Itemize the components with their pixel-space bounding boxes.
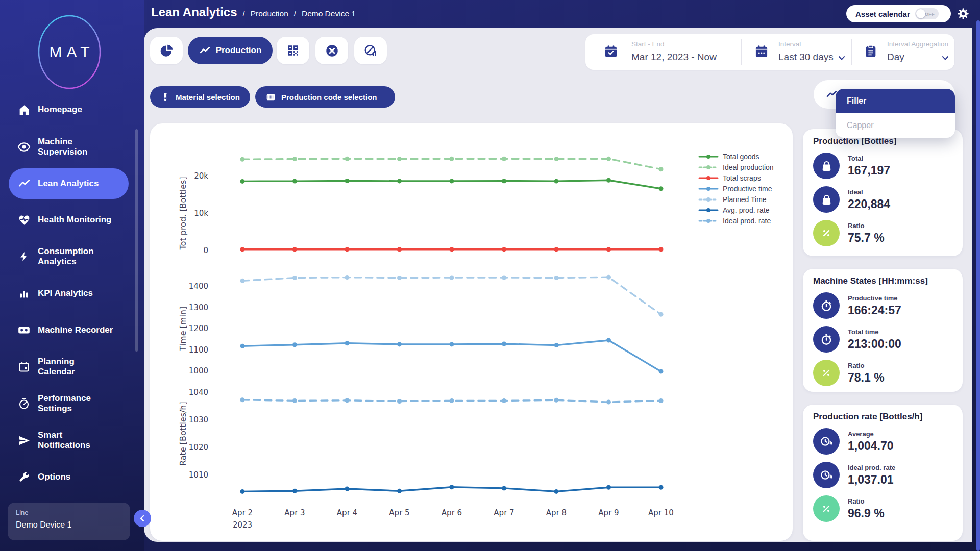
summary-row-ideal-rate: Ideal prod. rate 1,037.01 xyxy=(813,462,952,488)
sidebar-item-options[interactable]: Options xyxy=(0,459,144,495)
chevron-left-icon xyxy=(138,514,147,523)
production-time-rate-charts: 010k20kTot prod. [Bottles]10001100120013… xyxy=(150,123,793,541)
legend-swatch xyxy=(698,186,719,192)
summary-row-ratio: Ratio 75.7 % xyxy=(813,220,952,246)
line-device-card[interactable]: Line Demo Device 1 xyxy=(8,503,130,540)
calendar-check-icon xyxy=(604,44,618,59)
summary-row-value: 1,037.01 xyxy=(848,473,895,487)
clipboard-icon xyxy=(864,44,878,59)
production-chart-card: 010k20kTot prod. [Bottles]10001100120013… xyxy=(150,123,793,541)
legend-swatch xyxy=(698,218,719,224)
legend-swatch xyxy=(698,207,719,213)
clock-rate-icon xyxy=(813,428,840,455)
trend-line-icon xyxy=(17,177,31,190)
summary-row-label: Ideal prod. rate xyxy=(848,464,895,471)
legend-swatch xyxy=(698,154,719,160)
legend-item-avg-prod-rate[interactable]: Avg. prod. rate xyxy=(698,207,774,213)
interval-label: Interval xyxy=(778,40,801,48)
breadcrumb-device[interactable]: Demo Device 1 xyxy=(302,9,356,18)
sidebar-item-label: Lean Analytics xyxy=(38,179,99,189)
sidebar: MAT Homepage Machine Supervision Lean An… xyxy=(0,0,144,551)
svg-text:Time [min]: Time [min] xyxy=(178,307,188,352)
sidebar-item-kpi-analytics[interactable]: KPI Analytics xyxy=(0,275,144,312)
breadcrumb-production[interactable]: Production xyxy=(251,9,288,18)
svg-text:1020: 1020 xyxy=(189,443,208,452)
sidebar-scrollbar[interactable] xyxy=(135,129,138,352)
aggregation-value[interactable]: Day xyxy=(887,52,904,63)
chevron-down-icon[interactable] xyxy=(838,56,845,61)
production-summary-card: Production [Bottles] Total 167,197 Ideal… xyxy=(803,129,963,256)
svg-text:Apr 5: Apr 5 xyxy=(389,508,409,517)
divider xyxy=(851,39,852,65)
dropdown-option-filler[interactable]: Filler xyxy=(836,89,955,113)
sidebar-item-machine-supervision[interactable]: Machine Supervision xyxy=(0,129,144,165)
sidebar-item-smart-notifications[interactable]: Smart Notifications xyxy=(0,422,144,459)
sidebar-item-label: Consumption Analytics xyxy=(38,246,94,267)
sidebar-collapse-button[interactable] xyxy=(134,510,151,527)
sidebar-item-planning-calendar[interactable]: Planning Calendar xyxy=(0,348,144,385)
legend-label: Total goods xyxy=(723,153,760,161)
legend-item-total-goods[interactable]: Total goods xyxy=(698,153,774,160)
divider xyxy=(741,39,742,65)
svg-text:1100: 1100 xyxy=(189,345,208,355)
logo-text: MAT xyxy=(31,14,108,90)
production-button-label: Production xyxy=(216,45,262,56)
svg-text:Apr 10: Apr 10 xyxy=(648,508,674,517)
qr-grid-button[interactable] xyxy=(277,37,309,64)
material-selection-label: Material selection xyxy=(176,93,240,102)
production-code-selection-button[interactable]: Production code selection xyxy=(255,86,395,108)
legend-item-planned-time[interactable]: Planned Time xyxy=(698,196,774,203)
svg-text:Rate [Bottles/h]: Rate [Bottles/h] xyxy=(178,402,188,466)
sidebar-item-lean-analytics[interactable]: Lean Analytics xyxy=(0,165,144,202)
asset-calendar-toggle[interactable]: OFF xyxy=(915,8,939,19)
sidebar-item-label: Smart Notifications xyxy=(38,430,90,450)
sidebar-item-label: KPI Analytics xyxy=(38,288,93,298)
legend-label: Ideal prod. rate xyxy=(723,217,771,225)
clock-rate-icon xyxy=(813,462,840,488)
gauge-chart-button[interactable] xyxy=(354,37,387,64)
svg-text:Tot prod. [Bottles]: Tot prod. [Bottles] xyxy=(178,177,188,250)
summary-row-value: 166:24:57 xyxy=(848,304,901,317)
material-selection-button[interactable]: Material selection xyxy=(150,86,250,108)
legend-swatch xyxy=(698,196,719,203)
interval-value[interactable]: Last 30 days xyxy=(778,52,834,63)
sidebar-item-homepage[interactable]: Homepage xyxy=(0,91,144,128)
summary-row-value: 213:00:00 xyxy=(848,337,901,351)
pie-chart-button[interactable] xyxy=(150,37,183,64)
legend-item-productive-time[interactable]: Productive time xyxy=(698,185,774,192)
date-controls-card: Start - End Mar 12, 2023 - Now Interval … xyxy=(585,34,954,70)
legend-item-total-scraps[interactable]: Total scraps xyxy=(698,174,774,181)
legend-label: Ideal production xyxy=(723,163,774,171)
breadcrumb-separator: / xyxy=(243,9,245,18)
legend-swatch xyxy=(698,175,719,181)
calendar-icon xyxy=(17,360,31,373)
settings-gear-icon[interactable] xyxy=(957,7,970,20)
svg-text:10k: 10k xyxy=(194,209,208,218)
legend-item-ideal-production[interactable]: Ideal production xyxy=(698,164,774,170)
legend-swatch xyxy=(698,164,719,170)
circle-x-button[interactable] xyxy=(315,37,348,64)
sidebar-item-label: Machine Supervision xyxy=(38,137,87,157)
svg-text:Apr 3: Apr 3 xyxy=(284,508,305,517)
summary-row-ideal: Ideal 220,884 xyxy=(813,186,952,213)
page-scrollbar[interactable] xyxy=(976,20,980,551)
summary-row-value: 220,884 xyxy=(848,197,890,211)
breadcrumb: Lean Analytics / Production / Demo Devic… xyxy=(151,5,356,19)
summary-row-label: Ratio xyxy=(848,497,885,505)
start-end-value[interactable]: Mar 12, 2023 - Now xyxy=(631,52,717,63)
sidebar-item-label: Homepage xyxy=(38,105,82,115)
chevron-down-icon[interactable] xyxy=(942,56,949,61)
sidebar-item-performance-settings[interactable]: Performance Settings xyxy=(0,385,144,422)
dropdown-option-capper[interactable]: Capper xyxy=(836,113,955,138)
sidebar-item-machine-recorder[interactable]: Machine Recorder xyxy=(0,312,144,348)
summary-row-ratio: Ratio 78.1 % xyxy=(813,360,952,386)
circle-x-icon xyxy=(325,44,339,58)
production-view-button[interactable]: Production xyxy=(188,37,273,64)
app-window: Lean Analytics / Production / Demo Devic… xyxy=(0,0,980,551)
legend-item-ideal-prod-rate[interactable]: Ideal prod. rate xyxy=(698,217,774,224)
sidebar-item-health-monitoring[interactable]: Health Monitoring xyxy=(0,202,144,238)
sidebar-item-consumption-analytics[interactable]: Consumption Analytics xyxy=(0,238,144,275)
device-card-name: Demo Device 1 xyxy=(16,520,122,530)
toggle-knob-icon xyxy=(916,9,925,18)
svg-text:20k: 20k xyxy=(194,171,208,181)
